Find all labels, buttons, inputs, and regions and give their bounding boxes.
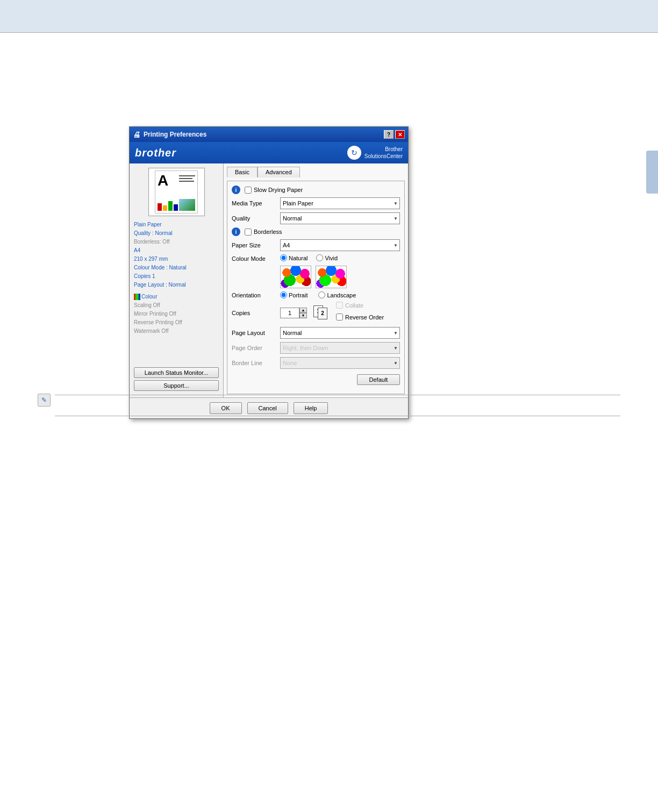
orientation-label: Orientation (232, 292, 280, 298)
media-type-select[interactable]: Plain Paper (280, 197, 400, 209)
colour-mode-label: Colour Mode (232, 254, 280, 262)
colour-natural-label: Natural (289, 255, 307, 261)
bottom-buttons: Default (232, 372, 400, 389)
page-order-select-wrapper: Right, then Down (280, 342, 400, 354)
info-colour-mode: Colour Mode : Natural (134, 263, 219, 272)
colour-vivid-radio[interactable] (316, 254, 323, 261)
page-layout-label: Page Layout (232, 330, 280, 336)
colour-natural-img (280, 266, 311, 288)
page-order-label: Page Order (232, 345, 280, 351)
paper-size-label: Paper Size (232, 242, 280, 248)
colour-images (280, 266, 347, 288)
note-icon: ✎ (38, 394, 51, 407)
paper-size-select-wrapper: A4 (280, 239, 400, 251)
slow-drying-row: i Slow Drying Paper (232, 186, 400, 194)
page-layout-select[interactable]: Normal (280, 327, 400, 339)
tab-advanced[interactable]: Advanced (258, 167, 300, 177)
colour-vivid-label: Vivid (325, 255, 338, 261)
info-page-layout: Page Layout : Normal (134, 281, 219, 289)
copies-spinner: ▲ ▼ (280, 308, 307, 318)
page-layout-row: Page Layout Normal (232, 327, 400, 339)
preview-page: A (155, 170, 198, 213)
colour-natural-radio[interactable] (280, 254, 287, 261)
dialog-body: A Plain Paper (130, 163, 408, 397)
border-line-row: Border Line None (232, 357, 400, 369)
reverse-order-label: Reverse Order (345, 314, 384, 320)
borderless-checkbox[interactable] (245, 229, 252, 236)
copies-input[interactable] (280, 308, 299, 318)
colour-vivid-option: Vivid (316, 254, 338, 261)
info-colour-section: Colour Scaling Off Mirror Printing Off R… (134, 293, 219, 336)
portrait-radio[interactable] (280, 291, 287, 298)
info-copies: Copies 1 (134, 272, 219, 281)
launch-monitor-button[interactable]: Launch Status Monitor... (134, 367, 219, 378)
support-button[interactable]: Support... (134, 380, 219, 391)
solutions-center[interactable]: ↻ BrotherSolutionsCenter (347, 146, 403, 160)
quality-select[interactable]: Normal (280, 212, 400, 224)
default-button[interactable]: Default (357, 374, 400, 385)
tabs: Basic Advanced (227, 167, 405, 177)
dialog-titlebar: 🖨 Printing Preferences ? ✕ (130, 127, 408, 142)
spinner-up[interactable]: ▲ (299, 308, 307, 313)
spinner-down[interactable]: ▼ (299, 313, 307, 318)
info-dimensions: 210 x 297 mm (134, 255, 219, 263)
left-panel: A Plain Paper (130, 163, 224, 397)
printer-icon: 🖨 (133, 130, 140, 139)
media-type-label: Media Type (232, 200, 280, 206)
borderless-info-icon: i (232, 227, 240, 236)
info-scaling: Scaling Off (134, 301, 219, 310)
solutions-label: BrotherSolutionsCenter (364, 146, 403, 160)
orientation-row: Orientation Portrait Landscape (232, 291, 400, 298)
left-buttons: Launch Status Monitor... Support... (134, 363, 219, 393)
info-reverse: Reverse Printing Off (134, 318, 219, 327)
reverse-order-checkbox[interactable] (336, 314, 343, 320)
borderless-row: i Borderless (232, 227, 400, 236)
close-button[interactable]: ✕ (395, 130, 405, 139)
borderless-label: Borderless (254, 229, 282, 235)
note-body (55, 397, 620, 414)
slow-drying-checkbox[interactable] (245, 187, 252, 194)
colour-radio-row: Natural Vivid (280, 254, 347, 261)
landscape-option: Landscape (318, 291, 356, 298)
collate-checkbox[interactable] (336, 302, 343, 309)
slow-drying-label: Slow Drying Paper (254, 187, 303, 193)
page-order-select[interactable]: Right, then Down (280, 342, 400, 354)
landscape-radio[interactable] (318, 291, 325, 298)
spinner-buttons: ▲ ▼ (299, 308, 307, 318)
right-tab (646, 151, 658, 194)
copies-controls: ▲ ▼ 1 2 Collate (280, 302, 384, 324)
balls-vivid (316, 266, 346, 288)
reverse-order-row: Reverse Order (336, 314, 384, 320)
colour-natural-option: Natural (280, 254, 307, 261)
collate-row: Collate (336, 302, 384, 309)
title-buttons: ? ✕ (384, 130, 405, 139)
paper-size-select[interactable]: A4 (280, 239, 400, 251)
info-watermark: Watermark Off (134, 327, 219, 336)
brother-logo: brother (135, 147, 176, 159)
note-content: ✎ (38, 393, 620, 418)
page-order-row: Page Order Right, then Down (232, 342, 400, 354)
note-text (55, 393, 620, 418)
copies-row: Copies ▲ ▼ 1 2 (232, 302, 400, 324)
border-line-select[interactable]: None (280, 357, 400, 369)
quality-label: Quality (232, 215, 280, 222)
paper-size-row: Paper Size A4 (232, 239, 400, 251)
note-line-top (55, 395, 620, 395)
info-text: Plain Paper Quality : Normal Borderless:… (134, 220, 219, 289)
help-button[interactable]: ? (384, 130, 394, 139)
info-paper-size: A4 (134, 246, 219, 255)
landscape-label: Landscape (327, 292, 356, 298)
note-area: ✎ (38, 393, 620, 418)
balls-natural (281, 266, 311, 288)
printing-preferences-dialog: 🖨 Printing Preferences ? ✕ brother ↻ Bro… (129, 126, 409, 419)
preview-letter: A (158, 172, 168, 189)
colour-icon (134, 294, 140, 300)
portrait-option: Portrait (280, 291, 307, 298)
title-left: 🖨 Printing Preferences (133, 130, 206, 139)
portrait-label: Portrait (289, 292, 307, 298)
preview-photo (179, 199, 195, 211)
dialog-title: Printing Preferences (144, 131, 206, 138)
brother-bar: brother ↻ BrotherSolutionsCenter (130, 142, 408, 163)
tab-basic[interactable]: Basic (227, 167, 258, 177)
colour-mode-row: Colour Mode Natural Vivid (232, 254, 400, 288)
